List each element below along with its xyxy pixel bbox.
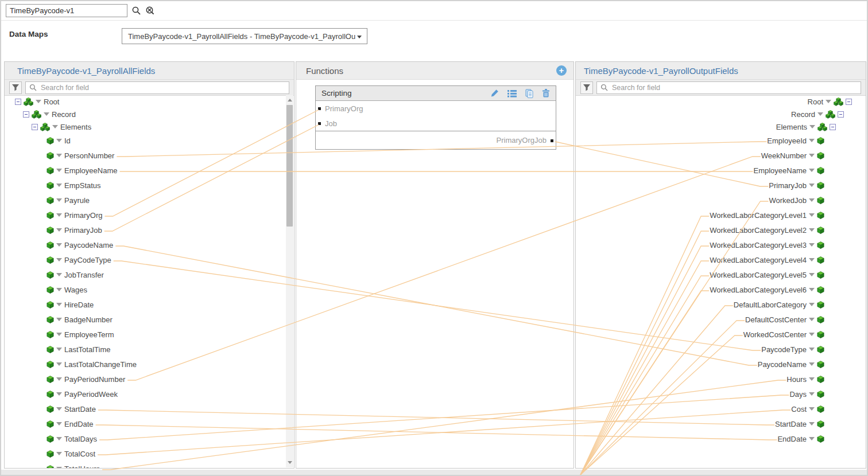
data-map-select[interactable]: TimeByPaycode-v1_PayrollAllFields - Time… xyxy=(122,28,367,44)
field-dropdown-arrow-icon[interactable] xyxy=(809,198,815,202)
field-dropdown-arrow-icon[interactable] xyxy=(809,125,815,128)
scroll-up-icon[interactable] xyxy=(288,99,292,102)
function-box-scripting[interactable]: Scripting PrimaryOrg Job xyxy=(315,85,556,150)
field-dropdown-arrow-icon[interactable] xyxy=(809,228,815,232)
field-dropdown-arrow-icon[interactable] xyxy=(56,318,62,321)
tree-item-badgenumber[interactable]: BadgeNumber xyxy=(5,312,294,327)
tree-item-lasttotalchangetime[interactable]: LastTotalChangeTime xyxy=(5,357,294,372)
field-dropdown-arrow-icon[interactable] xyxy=(56,258,62,262)
tree-item-workedlaborcategorylevel3[interactable]: WorkedLaborCategoryLevel3 xyxy=(576,237,866,252)
tree-item-workedlaborcategorylevel6[interactable]: WorkedLaborCategoryLevel6 xyxy=(576,282,866,297)
tree-item-workedlaborcategorylevel4[interactable]: WorkedLaborCategoryLevel4 xyxy=(576,252,866,267)
tree-item-personnumber[interactable]: PersonNumber xyxy=(5,148,294,163)
field-dropdown-arrow-icon[interactable] xyxy=(809,407,815,411)
tree-item-paycodetype[interactable]: PaycodeType xyxy=(576,342,866,357)
field-dropdown-arrow-icon[interactable] xyxy=(56,422,62,426)
field-dropdown-arrow-icon[interactable] xyxy=(56,184,62,187)
source-tree-scrollbar[interactable] xyxy=(286,95,293,467)
field-dropdown-arrow-icon[interactable] xyxy=(36,100,41,103)
field-dropdown-arrow-icon[interactable] xyxy=(809,288,815,291)
field-dropdown-arrow-icon[interactable] xyxy=(809,362,815,366)
field-dropdown-arrow-icon[interactable] xyxy=(56,273,62,276)
field-dropdown-arrow-icon[interactable] xyxy=(817,112,823,116)
field-dropdown-arrow-icon[interactable] xyxy=(44,112,49,116)
tree-item-primaryjob[interactable]: PrimaryJob xyxy=(5,223,294,237)
tree-item-employeeterm[interactable]: EmployeeTerm xyxy=(5,327,294,342)
tree-item-workedjob[interactable]: WorkedJob xyxy=(576,193,866,208)
collapse-icon[interactable] xyxy=(830,124,836,130)
field-dropdown-arrow-icon[interactable] xyxy=(809,243,815,247)
collapse-icon[interactable] xyxy=(32,124,38,130)
tree-item-paycodename[interactable]: PaycodeName xyxy=(5,237,294,252)
field-dropdown-arrow-icon[interactable] xyxy=(809,348,815,351)
tree-item-root[interactable]: Root xyxy=(5,95,294,108)
field-dropdown-arrow-icon[interactable] xyxy=(809,333,815,336)
field-dropdown-arrow-icon[interactable] xyxy=(56,407,62,411)
tree-item-record[interactable]: Record xyxy=(5,108,294,120)
field-dropdown-arrow-icon[interactable] xyxy=(809,422,815,426)
field-dropdown-arrow-icon[interactable] xyxy=(826,100,831,103)
tree-item-workedlaborcategorylevel1[interactable]: WorkedLaborCategoryLevel1 xyxy=(576,208,866,223)
collapse-icon[interactable] xyxy=(838,111,844,118)
field-dropdown-arrow-icon[interactable] xyxy=(809,303,815,306)
collapse-icon[interactable] xyxy=(15,99,21,105)
tree-item-employeename[interactable]: EmployeeName xyxy=(576,163,866,178)
tree-item-payperiodweek[interactable]: PayPeriodWeek xyxy=(5,387,294,401)
field-dropdown-arrow-icon[interactable] xyxy=(56,154,62,157)
tree-item-primaryjob[interactable]: PrimaryJob xyxy=(576,178,866,193)
tree-item-paycodename[interactable]: PaycodeName xyxy=(576,357,866,372)
target-search-input[interactable] xyxy=(611,83,857,92)
field-dropdown-arrow-icon[interactable] xyxy=(56,288,62,291)
field-dropdown-arrow-icon[interactable] xyxy=(56,467,62,468)
tree-item-defaultlaborcategory[interactable]: DefaultLaborCategory xyxy=(576,297,866,312)
filter-icon[interactable] xyxy=(580,81,593,94)
tree-item-payperiodnumber[interactable]: PayPeriodNumber xyxy=(5,372,294,387)
tree-item-payrule[interactable]: Payrule xyxy=(5,193,294,208)
field-dropdown-arrow-icon[interactable] xyxy=(56,348,62,351)
global-search-input[interactable] xyxy=(6,4,127,17)
tree-item-workedlaborcategorylevel2[interactable]: WorkedLaborCategoryLevel2 xyxy=(576,223,866,237)
tree-item-id[interactable]: Id xyxy=(5,133,294,148)
collapse-icon[interactable] xyxy=(846,99,852,105)
tree-item-empstatus[interactable]: EmpStatus xyxy=(5,178,294,193)
field-dropdown-arrow-icon[interactable] xyxy=(56,437,62,440)
function-output-connector[interactable] xyxy=(551,139,553,142)
clear-search-icon[interactable] xyxy=(145,6,155,15)
tree-item-hours[interactable]: Hours xyxy=(576,372,866,387)
field-dropdown-arrow-icon[interactable] xyxy=(56,452,62,455)
tree-item-defaultcostcenter[interactable]: DefaultCostCenter xyxy=(576,312,866,327)
field-dropdown-arrow-icon[interactable] xyxy=(809,258,815,262)
field-dropdown-arrow-icon[interactable] xyxy=(809,377,815,381)
tree-item-primaryorg[interactable]: PrimaryOrg xyxy=(5,208,294,223)
tree-item-wages[interactable]: Wages xyxy=(5,282,294,297)
field-dropdown-arrow-icon[interactable] xyxy=(56,392,62,396)
field-dropdown-arrow-icon[interactable] xyxy=(809,213,815,217)
tree-item-totaldays[interactable]: TotalDays xyxy=(5,431,294,446)
field-dropdown-arrow-icon[interactable] xyxy=(809,318,815,321)
field-dropdown-arrow-icon[interactable] xyxy=(56,303,62,306)
field-dropdown-arrow-icon[interactable] xyxy=(56,228,62,232)
tree-item-lasttotaltime[interactable]: LastTotalTime xyxy=(5,342,294,357)
tree-item-employeename[interactable]: EmployeeName xyxy=(5,163,294,178)
source-search-input[interactable] xyxy=(40,83,285,92)
tree-item-root[interactable]: Root xyxy=(576,95,866,108)
tree-item-workedlaborcategorylevel5[interactable]: WorkedLaborCategoryLevel5 xyxy=(576,267,866,282)
tree-item-enddate[interactable]: EndDate xyxy=(5,416,294,431)
field-dropdown-arrow-icon[interactable] xyxy=(809,392,815,396)
field-dropdown-arrow-icon[interactable] xyxy=(809,437,815,440)
tree-item-jobtransfer[interactable]: JobTransfer xyxy=(5,267,294,282)
field-dropdown-arrow-icon[interactable] xyxy=(52,125,58,128)
filter-icon[interactable] xyxy=(9,81,22,94)
field-dropdown-arrow-icon[interactable] xyxy=(809,184,815,187)
field-dropdown-arrow-icon[interactable] xyxy=(56,139,62,142)
tree-item-employeeid[interactable]: EmployeeId xyxy=(576,133,866,148)
field-dropdown-arrow-icon[interactable] xyxy=(809,273,815,276)
tree-item-workedcostcenter[interactable]: WorkedCostCenter xyxy=(576,327,866,342)
tree-item-hiredate[interactable]: HireDate xyxy=(5,297,294,312)
field-dropdown-arrow-icon[interactable] xyxy=(56,333,62,336)
tree-item-elements[interactable]: Elements xyxy=(5,120,294,133)
scroll-down-icon[interactable] xyxy=(288,461,292,464)
field-dropdown-arrow-icon[interactable] xyxy=(56,213,62,217)
field-dropdown-arrow-icon[interactable] xyxy=(56,169,62,172)
function-list-icon[interactable] xyxy=(507,89,517,97)
